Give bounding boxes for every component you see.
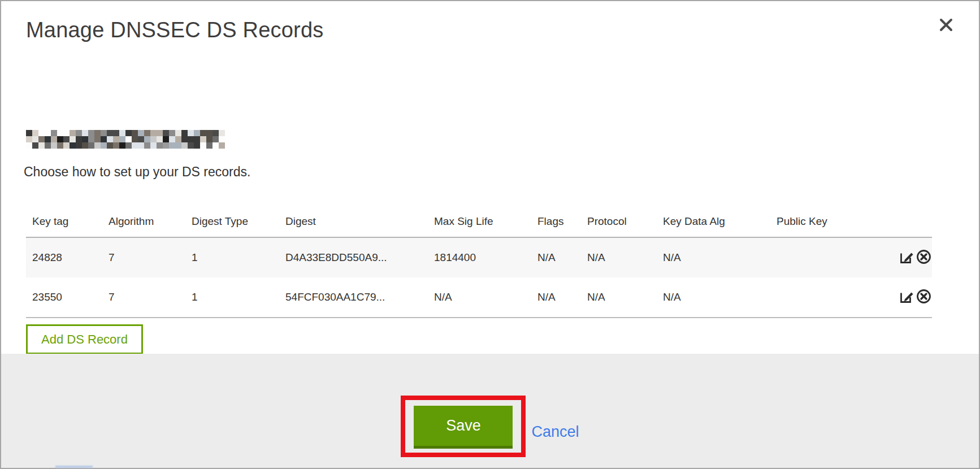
delete-record-icon[interactable] [916,249,932,267]
col-header-key-data-alg: Key Data Alg [657,206,770,237]
cell-public-key [770,237,892,277]
table-row: 23550 7 1 54FCF030AA1C79... N/A N/A N/A … [26,277,932,318]
cell-public-key [770,277,892,318]
background-page-peek [55,466,93,468]
cell-digest-type: 1 [185,277,279,318]
col-header-key-tag: Key tag [26,206,102,237]
cell-protocol: N/A [581,277,657,318]
screen: Manage DNSSEC DS Records Choose how to s… [0,0,980,469]
col-header-digest-type: Digest Type [185,206,279,237]
delete-record-icon[interactable] [916,288,932,306]
cell-protocol: N/A [581,237,657,277]
edit-record-icon[interactable] [899,249,915,267]
col-header-flags: Flags [531,206,581,237]
ds-records-table: Key tag Algorithm Digest Type Digest Max… [26,206,932,318]
cell-key-data-alg: N/A [657,277,770,318]
cell-actions [892,237,932,277]
manage-dnssec-modal: Manage DNSSEC DS Records Choose how to s… [0,0,980,469]
domain-name-redacted [26,130,225,149]
close-icon[interactable] [936,15,956,35]
edit-record-icon[interactable] [899,288,915,306]
cell-key-tag: 24828 [26,237,102,277]
close-x-glyph [938,17,954,33]
col-header-max-sig-life: Max Sig Life [428,206,531,237]
cell-digest: D4A33E8DD550A9... [279,237,428,277]
save-highlight-annotation: Save [401,396,526,457]
cancel-link[interactable]: Cancel [531,423,579,441]
col-header-public-key: Public Key [770,206,892,237]
cell-algorithm: 7 [102,277,185,318]
cell-algorithm: 7 [102,237,185,277]
cell-digest-type: 1 [185,237,279,277]
col-header-protocol: Protocol [581,206,657,237]
cell-actions [892,277,932,318]
cell-key-tag: 23550 [26,277,102,318]
modal-footer: Save Cancel [1,354,979,468]
col-header-algorithm: Algorithm [102,206,185,237]
cell-max-sig-life: N/A [428,277,531,318]
table-row: 24828 7 1 D4A33E8DD550A9... 1814400 N/A … [26,237,932,277]
cell-max-sig-life: 1814400 [428,237,531,277]
save-button[interactable]: Save [414,406,513,449]
cell-key-data-alg: N/A [657,237,770,277]
cell-digest: 54FCF030AA1C79... [279,277,428,318]
page-title: Manage DNSSEC DS Records [26,18,323,42]
col-header-actions [892,206,932,237]
setup-instruction-text: Choose how to set up your DS records. [24,164,250,180]
cell-flags: N/A [531,237,581,277]
add-ds-record-button[interactable]: Add DS Record [26,324,143,354]
col-header-digest: Digest [279,206,428,237]
table-header-row: Key tag Algorithm Digest Type Digest Max… [26,206,932,237]
cell-flags: N/A [531,277,581,318]
